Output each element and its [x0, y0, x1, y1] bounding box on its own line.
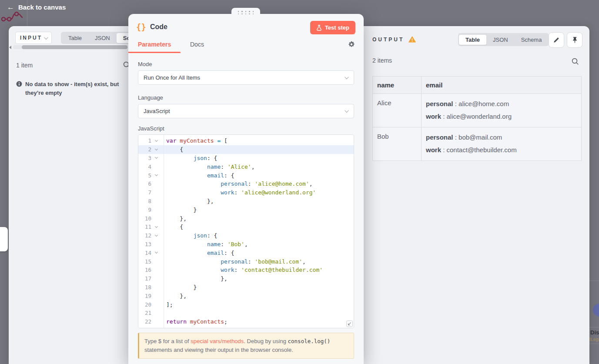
- code-line[interactable]: 5 email: {: [138, 171, 354, 180]
- code-line[interactable]: 18 }: [138, 283, 354, 292]
- code-line[interactable]: 19 },: [138, 291, 354, 300]
- test-step-label: Test step: [325, 24, 349, 31]
- code-line[interactable]: 2 {: [138, 145, 354, 154]
- input-tab-table[interactable]: Table: [62, 33, 88, 43]
- output-table-header: name email: [373, 77, 582, 94]
- line-number: 14: [138, 250, 151, 256]
- code-editor-lines: 1var myContacts = [2 {3 json: {4 name: '…: [138, 135, 354, 328]
- arrow-left-icon: ←: [7, 3, 14, 11]
- code-braces-icon: {}: [136, 22, 146, 32]
- input-empty-notice: No data to show - item(s) exist, but the…: [16, 80, 130, 97]
- code-node-modal: {} Code Test step Parameters Docs Mode R…: [128, 14, 364, 364]
- hint-text: . Debug by using: [244, 338, 288, 344]
- back-to-canvas-button[interactable]: ← Back to canvas: [7, 3, 66, 11]
- code-line[interactable]: 16 work: 'contact@thebuilder.com': [138, 266, 354, 274]
- input-empty-message: No data to show - item(s) exist, but the…: [25, 80, 130, 97]
- fold-chevron-icon[interactable]: [151, 227, 161, 227]
- horizontal-scrollbar[interactable]: [13, 45, 128, 49]
- fold-chevron-icon[interactable]: [151, 157, 161, 158]
- code-line[interactable]: 22return myContacts;: [138, 317, 354, 326]
- info-icon: [16, 81, 22, 87]
- back-to-canvas-label: Back to canvas: [18, 3, 66, 11]
- node-title: Dis: [590, 329, 599, 336]
- chevron-down-icon: [345, 108, 349, 113]
- fold-chevron-icon[interactable]: [151, 175, 161, 176]
- collapse-panel-handle[interactable]: [0, 227, 8, 251]
- tab-docs[interactable]: Docs: [190, 41, 204, 48]
- mode-select[interactable]: Run Once for All Items: [138, 70, 354, 85]
- code-line[interactable]: 1var myContacts = [: [138, 137, 354, 145]
- node-icon: [593, 304, 599, 317]
- code-line[interactable]: 7 work: 'alice@wonderland.org': [138, 188, 354, 197]
- chevron-down-icon: [345, 75, 349, 79]
- line-number: 7: [138, 189, 151, 196]
- gear-icon[interactable]: [348, 41, 355, 48]
- line-number: 5: [138, 172, 151, 179]
- code-line[interactable]: 14 email: {: [138, 248, 354, 257]
- code-line[interactable]: 11 {: [138, 223, 354, 231]
- line-number: 21: [138, 310, 151, 316]
- node-card-divider: [589, 327, 599, 327]
- code-line[interactable]: 4 name: 'Alice',: [138, 162, 354, 171]
- table-row[interactable]: Bobpersonal : bob@mail.comwork : contact…: [373, 127, 582, 161]
- code-line[interactable]: 21: [138, 309, 354, 317]
- cell-email: personal : bob@mail.comwork : contact@th…: [422, 127, 582, 161]
- line-number: 6: [138, 180, 151, 187]
- tab-parameters[interactable]: Parameters: [138, 41, 171, 48]
- code-line[interactable]: 20];: [138, 300, 354, 309]
- node-subtitle: dLega: [588, 337, 599, 342]
- node-title: Code: [150, 23, 167, 31]
- code-line[interactable]: 13 name: 'Bob',: [138, 240, 354, 249]
- table-row[interactable]: Alicepersonal : alice@home.comwork : ali…: [373, 94, 582, 127]
- language-value: JavaScript: [144, 108, 345, 114]
- output-table-body: Alicepersonal : alice@home.comwork : ali…: [373, 94, 582, 161]
- output-tab-json[interactable]: JSON: [486, 35, 515, 45]
- code-line[interactable]: 17 },: [138, 274, 354, 283]
- scrollbar-thumb[interactable]: [22, 45, 127, 49]
- line-number: 1: [138, 137, 151, 144]
- line-number: 3: [138, 155, 151, 161]
- chevron-down-icon: [44, 35, 48, 40]
- test-step-button[interactable]: Test step: [310, 21, 355, 34]
- edit-output-button[interactable]: [549, 32, 564, 48]
- resize-grip-icon[interactable]: [346, 321, 353, 327]
- input-pane-selector[interactable]: INPUT: [15, 32, 52, 44]
- code-line[interactable]: 8 },: [138, 197, 354, 206]
- line-number: 2: [138, 146, 151, 153]
- output-items-count: 2 items: [372, 57, 392, 64]
- fold-chevron-icon[interactable]: [151, 140, 161, 141]
- line-number: 11: [138, 224, 151, 230]
- pin-data-button[interactable]: [567, 32, 582, 48]
- special-vars-link[interactable]: special vars/methods: [191, 338, 244, 344]
- fold-chevron-icon[interactable]: [151, 252, 161, 253]
- column-header-name[interactable]: name: [373, 77, 422, 94]
- line-number: 15: [138, 258, 151, 265]
- code-line[interactable]: 12 json: {: [138, 231, 354, 240]
- modal-drag-handle[interactable]: [231, 8, 260, 17]
- node-card-divider: [589, 281, 599, 281]
- code-line[interactable]: 10 },: [138, 214, 354, 223]
- line-number: 12: [138, 232, 151, 239]
- scroll-left-arrow-icon[interactable]: [9, 46, 11, 49]
- code-line[interactable]: 6 personal: 'alice@home.com',: [138, 180, 354, 188]
- output-search-icon[interactable]: [572, 58, 579, 65]
- line-number: 8: [138, 198, 151, 204]
- drag-dots-icon: [238, 11, 254, 14]
- language-select[interactable]: JavaScript: [138, 104, 354, 118]
- input-tab-json[interactable]: JSON: [88, 33, 117, 43]
- code-line[interactable]: 9 }: [138, 205, 354, 214]
- code-line[interactable]: 3 json: {: [138, 154, 354, 163]
- code-line[interactable]: 15 personal: 'bob@mail.com',: [138, 257, 354, 266]
- column-header-email[interactable]: email: [422, 77, 582, 94]
- active-tab-underline: [128, 52, 181, 53]
- cell-name: Alice: [373, 94, 422, 127]
- line-number: 13: [138, 241, 151, 247]
- fold-chevron-icon[interactable]: [151, 235, 161, 236]
- fold-chevron-icon[interactable]: [151, 149, 161, 150]
- output-tab-schema[interactable]: Schema: [515, 35, 549, 45]
- code-editor[interactable]: 1var myContacts = [2 {3 json: {4 name: '…: [138, 134, 354, 328]
- line-number: 20: [138, 301, 151, 308]
- line-number: 18: [138, 284, 151, 291]
- line-number: 16: [138, 267, 151, 273]
- output-tab-table[interactable]: Table: [459, 35, 486, 45]
